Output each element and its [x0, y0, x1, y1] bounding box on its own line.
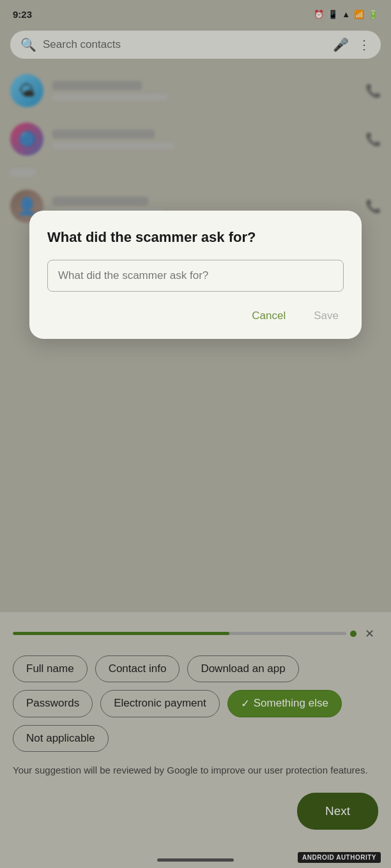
- dialog-overlay: What did the scammer ask for? Cancel Sav…: [0, 0, 391, 868]
- dialog-title: What did the scammer ask for?: [47, 228, 344, 247]
- cancel-button[interactable]: Cancel: [247, 307, 291, 325]
- save-button[interactable]: Save: [309, 307, 344, 325]
- dialog-actions: Cancel Save: [47, 307, 344, 325]
- scammer-input[interactable]: [58, 269, 333, 282]
- dialog-input-wrapper[interactable]: [47, 260, 344, 292]
- scammer-dialog: What did the scammer ask for? Cancel Sav…: [29, 211, 362, 339]
